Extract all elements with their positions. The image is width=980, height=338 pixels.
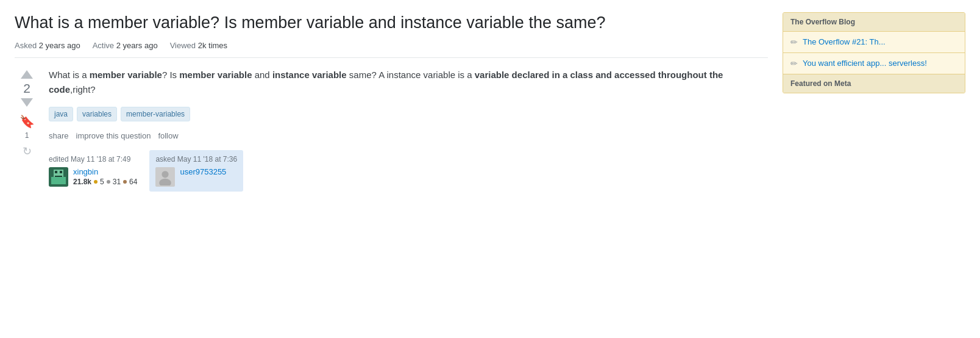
question-title: What is a member variable? Is member var…	[15, 12, 768, 34]
asked-user-info: user9753255	[180, 167, 226, 176]
user-cards: edited May 11 '18 at 7:49	[49, 150, 768, 192]
vote-column: 2 🔖 1 ↻	[15, 68, 39, 192]
tag-java[interactable]: java	[49, 107, 73, 121]
question-meta: Asked 2 years ago Active 2 years ago Vie…	[15, 41, 768, 58]
edited-user-info: xingbin 21.8k 5 31 64	[73, 167, 137, 186]
question-text: What is a member variable? Is member var…	[49, 68, 768, 97]
gold-count: 5	[100, 178, 104, 186]
question-body-row: 2 🔖 1 ↻ What is a member variable? Is me…	[15, 68, 768, 192]
pencil-icon-2: ✏	[790, 59, 798, 68]
tag-member-variables[interactable]: member-variables	[121, 107, 190, 121]
main-content: What is a member variable? Is member var…	[15, 12, 783, 192]
edited-reputation: 21.8k 5 31 64	[73, 178, 137, 186]
sidebar: The Overflow Blog ✏ The Overflow #21: Th…	[783, 12, 965, 192]
asked-user-inner: user9753255	[155, 167, 237, 187]
history-icon[interactable]: ↻	[23, 145, 32, 158]
tags-container: java variables member-variables	[49, 107, 768, 121]
overflow-blog-item-1[interactable]: ✏ The Overflow #21: Th...	[783, 32, 965, 53]
svg-point-6	[162, 171, 169, 178]
question-content: What is a member variable? Is member var…	[49, 68, 768, 192]
overflow-blog-box: The Overflow Blog ✏ The Overflow #21: Th…	[783, 12, 965, 93]
viewed-label: Viewed 2k times	[170, 41, 227, 50]
edited-card: edited May 11 '18 at 7:49	[49, 150, 137, 192]
vote-count: 2	[23, 81, 30, 96]
active-label: Active 2 years ago	[93, 41, 158, 50]
gold-dot	[94, 180, 98, 184]
bronze-dot	[123, 180, 127, 184]
actions-row: share improve this question follow	[49, 131, 768, 140]
featured-meta-header: Featured on Meta	[783, 74, 965, 93]
overflow-blog-header: The Overflow Blog	[783, 13, 965, 32]
overflow-blog-link-2[interactable]: You want efficient app... serverless!	[803, 58, 927, 69]
edited-username[interactable]: xingbin	[73, 167, 137, 176]
bronze-count: 64	[129, 178, 137, 186]
improve-question-link[interactable]: improve this question	[76, 131, 151, 140]
overflow-blog-link-1[interactable]: The Overflow #21: Th...	[803, 37, 886, 48]
asked-label: Asked 2 years ago	[15, 41, 80, 50]
bookmark-count: 1	[25, 131, 29, 140]
svg-point-7	[160, 179, 172, 185]
pencil-icon-1: ✏	[790, 37, 798, 47]
svg-rect-3	[55, 171, 57, 173]
vote-up-button[interactable]	[21, 70, 33, 79]
edited-user-inner: xingbin 21.8k 5 31 64	[49, 167, 137, 187]
asked-user-avatar	[155, 167, 175, 187]
silver-count: 31	[113, 178, 121, 186]
svg-rect-2	[51, 177, 66, 184]
bookmark-icon[interactable]: 🔖	[20, 114, 35, 129]
svg-rect-4	[60, 171, 62, 173]
share-link[interactable]: share	[49, 131, 69, 140]
asked-card: asked May 11 '18 at 7:36 user9753255	[149, 150, 243, 192]
vote-down-button[interactable]	[21, 98, 33, 107]
overflow-blog-item-2[interactable]: ✏ You want efficient app... serverless!	[783, 53, 965, 74]
follow-link[interactable]: follow	[158, 131, 178, 140]
edited-user-avatar	[49, 167, 68, 187]
tag-variables[interactable]: variables	[77, 107, 117, 121]
silver-dot	[107, 180, 110, 184]
svg-rect-5	[55, 176, 62, 177]
edited-action: edited May 11 '18 at 7:49	[49, 155, 137, 164]
asked-username[interactable]: user9753255	[180, 167, 226, 176]
asked-action: asked May 11 '18 at 7:36	[155, 155, 237, 164]
